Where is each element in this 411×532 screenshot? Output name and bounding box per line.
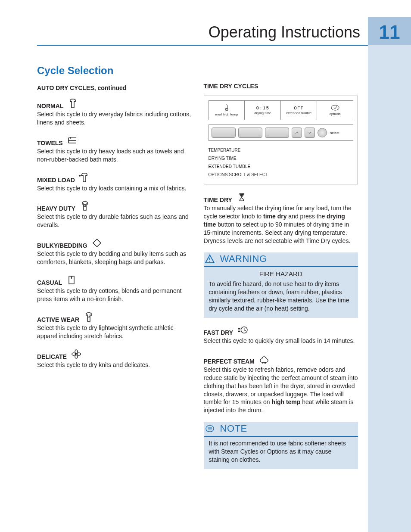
page-number-box: 11 <box>368 17 411 47</box>
cycle-heavy: HEAVY DUTY Select this cycle to dry dura… <box>37 200 192 229</box>
cycle-desc: Select this cycle to dry bedding and bul… <box>37 250 192 266</box>
cycle-label: PERFECT STEAM <box>204 358 255 365</box>
header-rule <box>37 45 368 46</box>
svg-point-8 <box>225 108 228 111</box>
button-row: select <box>209 124 354 141</box>
cycle-label: DELICATE <box>37 353 67 360</box>
svg-point-10 <box>331 105 339 110</box>
note-icon <box>204 424 216 433</box>
note-title: NOTE <box>220 422 247 435</box>
callout: EXTENDED TUMBLE <box>209 162 354 171</box>
casual-icon <box>65 274 78 286</box>
callout-list: TEMPERATURE DRYING TIME EXTENDED TUMBLE … <box>209 146 354 179</box>
hourglass-icon <box>236 191 248 203</box>
svg-point-6 <box>72 353 75 355</box>
scroll-up-button[interactable] <box>292 128 302 138</box>
page-title: Operating Instructions <box>209 17 368 47</box>
svg-point-12 <box>209 261 210 262</box>
note-body: It is not recommended to use fabric soft… <box>209 439 353 464</box>
delicate-icon <box>70 348 82 360</box>
steam-icon <box>258 353 270 365</box>
lcd-temp: med high temp <box>209 101 245 120</box>
lcd-tumble: OFF extended tumble <box>281 101 317 120</box>
callout: OPTIONS SCROLL & SELECT <box>209 171 354 179</box>
cycle-desc: Select this cycle to dry lightweight syn… <box>37 324 192 340</box>
warning-sub: FIRE HAZARD <box>209 270 353 278</box>
cycle-label: NORMAL <box>37 103 63 109</box>
cycle-perfect-steam: PERFECT STEAM Select this cycle to refre… <box>204 353 358 414</box>
warning-body: To avoid fire hazard, do not use heat to… <box>209 280 353 313</box>
options-icon <box>318 105 352 112</box>
page-header: Operating Instructions 11 <box>209 17 411 47</box>
cycle-label: TIME DRY <box>204 196 232 203</box>
thermometer-icon <box>210 104 244 112</box>
time-dry-desc: To manually select the drying time for a… <box>204 204 358 245</box>
left-column: Cycle Selection AUTO DRY CYCLES, continu… <box>37 65 192 475</box>
right-subhead: TIME DRY CYCLES <box>204 83 358 90</box>
note-box: NOTE It is not recommended to use fabric… <box>204 422 358 469</box>
cycle-desc: Select this cycle to dry heavy loads suc… <box>37 147 192 164</box>
lcd-row: med high temp 0:15 drying time OFF exten… <box>209 100 354 120</box>
bedding-icon <box>91 237 103 249</box>
heavy-duty-icon <box>79 200 91 212</box>
cycle-label: FAST DRY <box>204 329 234 336</box>
cycle-label: HEAVY DUTY <box>37 205 75 212</box>
cycle-label: CASUAL <box>37 279 62 286</box>
cycle-desc: Select this cycle to dry durable fabrics… <box>37 213 192 229</box>
callout: TEMPERATURE <box>209 146 354 154</box>
select-knob[interactable] <box>318 128 327 137</box>
towels-icon <box>66 134 78 146</box>
svg-point-7 <box>77 353 81 355</box>
cycle-desc: Select this cycle to dry knits and delic… <box>37 361 192 369</box>
cycle-fast-dry: FAST DRY Select this cycle to quickly dr… <box>204 324 358 345</box>
cycle-label: MIXED LOAD <box>37 177 75 184</box>
control-panel-diagram: med high temp 0:15 drying time OFF exten… <box>204 96 358 184</box>
select-label: select <box>330 131 339 135</box>
cycle-bedding: BULKY/BEDDING Select this cycle to dry b… <box>37 237 192 266</box>
shirt-icon <box>67 97 79 109</box>
time-button[interactable] <box>238 128 262 138</box>
cycle-mixed: MIXED LOAD Select this cycle to dry load… <box>37 171 192 193</box>
cycle-label: BULKY/BEDDING <box>37 242 87 249</box>
section-title: Cycle Selection <box>37 65 192 77</box>
warning-title: WARNING <box>220 252 267 265</box>
side-strip <box>368 45 411 532</box>
cycle-normal: NORMAL Select this cycle to dry everyday… <box>37 97 192 127</box>
tumble-button[interactable] <box>265 128 289 138</box>
callout: DRYING TIME <box>209 154 354 162</box>
cycle-towels: TOWELS Select this cycle to dry heavy lo… <box>37 134 192 164</box>
cycle-time-dry: TIME DRY To manually select the drying t… <box>204 191 358 245</box>
cycle-desc: Select this cycle to quickly dry small l… <box>204 337 358 345</box>
svg-text:9: 9 <box>88 315 90 319</box>
svg-point-4 <box>75 350 78 353</box>
cycle-delicate: DELICATE Select this cycle to dry knits … <box>37 348 192 369</box>
cycle-activewear: ACTIVE WEAR 9 Select this cycle to dry l… <box>37 311 192 340</box>
activewear-icon: 9 <box>83 311 95 323</box>
steam-desc: Select this cycle to refresh fabrics, re… <box>204 366 358 414</box>
lcd-time: 0:15 drying time <box>245 101 281 120</box>
warning-icon <box>204 254 216 264</box>
cycle-label: TOWELS <box>37 140 63 146</box>
cycle-desc: Select this cycle to dry everyday fabric… <box>37 110 192 127</box>
warning-box: WARNING FIRE HAZARD To avoid fire hazard… <box>204 252 358 318</box>
cycle-desc: Select this cycle to dry loads containin… <box>37 184 192 193</box>
svg-point-5 <box>75 355 78 358</box>
right-column: TIME DRY CYCLES med high temp 0:15 dryin… <box>204 65 358 475</box>
left-subhead: AUTO DRY CYCLES, continued <box>37 84 192 91</box>
mixed-load-icon <box>78 171 90 184</box>
temp-button[interactable] <box>212 128 236 138</box>
cycle-desc: Select this cycle to dry cottons, blends… <box>37 287 192 303</box>
scroll-down-button[interactable] <box>305 128 315 138</box>
fast-dry-icon <box>237 324 249 336</box>
cycle-label: ACTIVE WEAR <box>37 316 79 323</box>
lcd-options: options <box>317 101 353 120</box>
cycle-casual: CASUAL Select this cycle to dry cottons,… <box>37 274 192 303</box>
svg-rect-0 <box>84 205 86 206</box>
page-number: 11 <box>379 22 400 43</box>
